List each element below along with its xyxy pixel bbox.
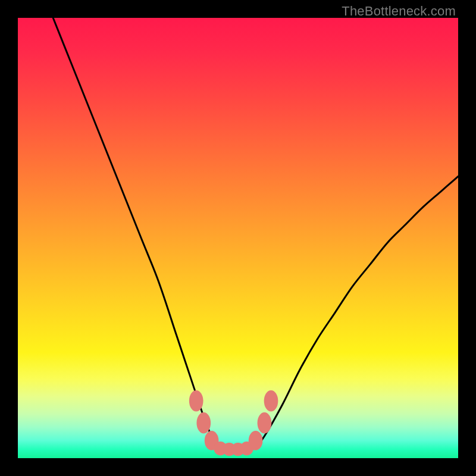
curve-marker bbox=[196, 412, 211, 434]
chart-frame: TheBottleneck.com bbox=[0, 0, 476, 476]
curve-marker bbox=[249, 431, 263, 450]
curve-marker bbox=[264, 390, 278, 412]
plot-area bbox=[18, 18, 458, 458]
curve-marker bbox=[258, 412, 272, 434]
marker-group bbox=[189, 390, 278, 456]
curve-marker bbox=[189, 390, 203, 412]
watermark-text: TheBottleneck.com bbox=[342, 4, 456, 19]
bottleneck-curve bbox=[53, 18, 458, 449]
curve-layer bbox=[18, 18, 458, 458]
